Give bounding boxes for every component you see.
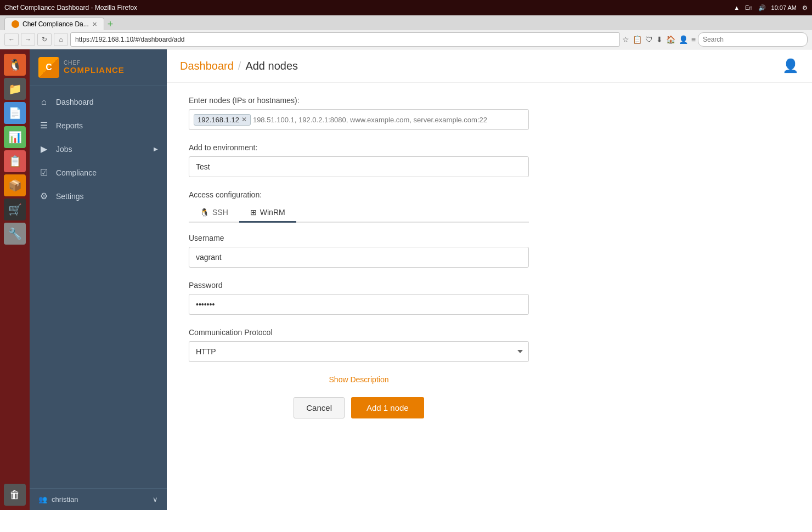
nodes-label: Enter nodes (IPs or hostnames): — [189, 96, 529, 105]
show-description-link[interactable]: Show Description — [189, 375, 529, 384]
search-input[interactable] — [698, 32, 808, 47]
remove-tag-button[interactable]: ✕ — [241, 116, 247, 123]
env-label: Add to environment: — [189, 143, 529, 152]
nav-icons: ☆ 📋 🛡 ⬇ 🏠 👤 ≡ — [622, 35, 696, 44]
sidebar-item-settings[interactable]: ⚙ Settings — [30, 184, 167, 208]
nav-bar: ← → ↻ ⌂ ☆ 📋 🛡 ⬇ 🏠 👤 ≡ — [0, 30, 812, 49]
close-tab-button[interactable]: ✕ — [92, 21, 97, 28]
node-tag: 192.168.1.12 ✕ — [194, 114, 251, 126]
header-user-icon: 👤 — [782, 58, 799, 73]
volume-icon: 🔊 — [758, 4, 766, 12]
trash-icon[interactable]: 🗑 — [4, 484, 26, 506]
package-icon[interactable]: 📦 — [4, 174, 26, 196]
menu-icon[interactable]: ≡ — [691, 35, 696, 44]
sidebar-item-reports[interactable]: ☰ Reports — [30, 114, 167, 137]
back-button[interactable]: ← — [4, 33, 19, 46]
logo-icon: C — [38, 57, 59, 78]
password-input[interactable] — [189, 294, 529, 315]
home-icon: ⌂ — [38, 97, 49, 107]
nodes-tag-input[interactable]: 192.168.1.12 ✕ — [189, 109, 529, 130]
new-tab-button[interactable]: + — [108, 19, 114, 30]
button-row: Cancel Add 1 node — [189, 397, 529, 418]
spreadsheet-icon[interactable]: 📊 — [4, 126, 26, 148]
nav-menu: ⌂ Dashboard ☰ Reports ▶ Jobs ▶ ☑ Complia… — [30, 86, 167, 488]
app-container: 🐧 📁 📄 📊 📋 📦 🛒 🔧 🗑 C CHEF COMPLIANCE ⌂ Da… — [0, 49, 812, 510]
tab-label: Chef Compliance Da... — [22, 20, 89, 28]
tab-bar: Chef Compliance Da... ✕ + — [0, 15, 812, 30]
browser-chrome: Chef Compliance Da... ✕ + ← → ↻ ⌂ ☆ 📋 🛡 … — [0, 15, 812, 49]
username-label: Username — [189, 234, 529, 242]
username-input[interactable] — [189, 247, 529, 268]
tools-icon[interactable]: 🔧 — [4, 223, 26, 245]
os-bar-right: ▲ En 🔊 10:07 AM ⚙ — [734, 4, 808, 12]
protocol-select[interactable]: HTTP HTTPS — [189, 341, 529, 362]
wifi-icon: ▲ — [734, 4, 740, 11]
user-icon[interactable]: 👤 — [679, 35, 688, 44]
windows-icon: ⊞ — [250, 208, 257, 217]
protocol-label: Communication Protocol — [189, 328, 529, 337]
logo-area: C CHEF COMPLIANCE — [30, 49, 167, 86]
time: 10:07 AM — [771, 4, 797, 11]
username-label: christian — [52, 495, 78, 503]
breadcrumb-current: Add nodes — [245, 60, 298, 72]
add-node-button[interactable]: Add 1 node — [351, 397, 424, 418]
form-container: Enter nodes (IPs or hostnames): 192.168.… — [167, 83, 551, 432]
download-icon[interactable]: ⬇ — [656, 35, 663, 44]
ssh-tab-label: SSH — [212, 208, 228, 217]
home-button[interactable]: ⌂ — [54, 33, 68, 46]
nodes-input-field[interactable] — [253, 116, 524, 124]
sidebar-item-label: Reports — [56, 121, 83, 130]
home-nav-icon[interactable]: 🏠 — [666, 35, 675, 44]
main-content: Dashboard / Add nodes 👤 Enter nodes (IPs… — [167, 49, 812, 510]
docs-icon[interactable]: 📄 — [4, 102, 26, 124]
browser-tab[interactable]: Chef Compliance Da... ✕ — [4, 18, 104, 30]
sidebar-item-label: Jobs — [56, 145, 72, 154]
user-chevron-icon: ∨ — [153, 495, 158, 503]
page-header: Dashboard / Add nodes 👤 — [167, 49, 812, 83]
cancel-button[interactable]: Cancel — [294, 397, 345, 418]
shield-icon: 🛡 — [645, 35, 653, 44]
ubuntu-icon[interactable]: 🐧 — [4, 54, 26, 76]
forward-button[interactable]: → — [21, 33, 35, 46]
history-icon[interactable]: 📋 — [633, 35, 642, 44]
jobs-icon: ▶ — [38, 144, 49, 154]
password-label: Password — [189, 281, 529, 290]
address-bar[interactable] — [70, 32, 620, 47]
files-icon[interactable]: 📁 — [4, 78, 26, 100]
breadcrumb-dashboard-link[interactable]: Dashboard — [180, 60, 234, 72]
environment-input[interactable] — [189, 156, 529, 177]
tab-favicon — [12, 20, 19, 28]
reload-button[interactable]: ↻ — [37, 33, 52, 46]
lang-indicator: En — [745, 4, 752, 11]
user-group-icon: 👥 — [38, 495, 47, 503]
bookmark-icon[interactable]: ☆ — [622, 35, 629, 44]
sidebar-item-jobs[interactable]: ▶ Jobs ▶ — [30, 137, 167, 161]
password-form-group: Password — [189, 281, 529, 315]
chevron-right-icon: ▶ — [154, 146, 158, 152]
reports-icon: ☰ — [38, 120, 49, 131]
app-icons-strip: 🐧 📁 📄 📊 📋 📦 🛒 🔧 🗑 — [0, 49, 30, 510]
sidebar-item-dashboard[interactable]: ⌂ Dashboard — [30, 90, 167, 114]
compliance-icon: ☑ — [38, 167, 49, 178]
sidebar-item-label: Settings — [56, 192, 84, 201]
tab-ssh[interactable]: 🐧 SSH — [189, 203, 239, 223]
amazon-icon[interactable]: 🛒 — [4, 199, 26, 220]
os-bar-left: Chef Compliance Dashboard - Mozilla Fire… — [4, 4, 137, 12]
user-area[interactable]: 👥 christian ∨ — [30, 488, 167, 510]
logo-bottom: COMPLIANCE — [64, 66, 125, 75]
sidebar-item-compliance[interactable]: ☑ Compliance — [30, 161, 167, 184]
breadcrumb: Dashboard / Add nodes — [180, 60, 298, 72]
os-bar: Chef Compliance Dashboard - Mozilla Fire… — [0, 0, 812, 15]
settings-icon: ⚙ — [802, 4, 808, 12]
tag-value: 192.168.1.12 — [198, 116, 239, 124]
nodes-form-group: Enter nodes (IPs or hostnames): 192.168.… — [189, 96, 529, 130]
access-config-group: Access configuration: 🐧 SSH ⊞ WinRM User… — [189, 190, 529, 362]
environment-form-group: Add to environment: — [189, 143, 529, 177]
tab-winrm[interactable]: ⊞ WinRM — [239, 203, 296, 223]
presentation-icon[interactable]: 📋 — [4, 150, 26, 172]
logo-text: CHEF COMPLIANCE — [64, 60, 125, 75]
winrm-tab-label: WinRM — [260, 208, 285, 217]
breadcrumb-separator: / — [238, 60, 241, 72]
access-tabs: 🐧 SSH ⊞ WinRM — [189, 203, 529, 223]
settings-nav-icon: ⚙ — [38, 191, 49, 201]
